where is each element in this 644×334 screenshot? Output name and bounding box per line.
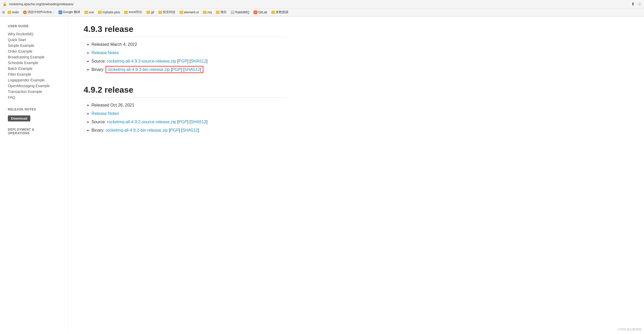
- release-493-binary-link[interactable]: rocketmq-all-4.9.3-bin-release.zip: [108, 67, 170, 72]
- sidebar-item-broadcasting-example[interactable]: Broadcasting Example: [8, 54, 62, 60]
- release-492-notes-link[interactable]: Release Notes: [91, 111, 119, 116]
- folder-icon: [203, 11, 206, 14]
- folder-icon: [8, 11, 11, 14]
- bookmark-git[interactable]: git: [145, 10, 156, 15]
- bookmark-label: git: [151, 10, 154, 14]
- bookmark-redis[interactable]: redis: [6, 10, 20, 15]
- release-492-source-prefix: Source:: [91, 120, 107, 124]
- folder-icon: [180, 11, 183, 14]
- bookmark-gitlab[interactable]: G GitLab: [252, 10, 269, 15]
- google-icon: G: [59, 10, 62, 14]
- bookmark-label: mq: [207, 10, 212, 14]
- release-492-section: 4.9.2 release Released Oct 26, 2021 Rele…: [84, 85, 288, 133]
- folder-icon: [146, 11, 150, 14]
- release-492-title: 4.9.2 release: [84, 85, 288, 98]
- release-492-source-item: Source: rocketmq-all-4.9.2-source-releas…: [91, 120, 288, 124]
- bookmark-project[interactable]: 项目: [214, 9, 228, 15]
- gitlab-icon: G: [254, 10, 257, 14]
- release-492-date: Released Oct 26, 2021: [91, 103, 288, 108]
- sidebar-item-faq[interactable]: FAQ: [8, 94, 62, 100]
- page-layout: USER GUIDE Why RocketMQ Quick Start Simp…: [0, 16, 644, 332]
- release-493-section: 4.9.3 release Released March 4, 2022 Rel…: [84, 24, 288, 72]
- sidebar-item-transaction-example[interactable]: Transaction Example: [8, 89, 62, 94]
- folder-icon: [271, 11, 275, 14]
- release-493-date-text: Released March 4, 2022: [91, 42, 137, 47]
- bookmark-label: excel导出: [129, 10, 142, 14]
- release-493-source-item: Source: rocketmq-all-4.9.3-source-releas…: [91, 59, 288, 64]
- bookmark-label: element-ui: [184, 10, 199, 14]
- release-493-notes-item: Release Notes: [91, 51, 288, 55]
- release-492-binary-item: Binary: rocketmq-all-4.9.2-bin-release.z…: [91, 128, 288, 133]
- release-493-notes-link[interactable]: Release Notes: [91, 51, 119, 55]
- sidebar-userguide-title: USER GUIDE: [8, 24, 62, 28]
- main-content: 4.9.3 release Released March 4, 2022 Rel…: [68, 16, 303, 332]
- release-493-source-pgp[interactable]: PGP: [179, 59, 187, 63]
- address-bar: 🔒 rocketmq.apache.org/dowloading/release…: [0, 0, 644, 8]
- sidebar-release-notes-title: RELEASE NOTES: [8, 108, 62, 111]
- sidebar-item-openmessaging-example[interactable]: OpenMessaging Example: [8, 83, 62, 89]
- bookmark-activemq[interactable]: A 消息中间件Active...: [21, 9, 56, 15]
- bookmark-icon[interactable]: ☆: [638, 2, 641, 7]
- sidebar-item-schedule-example[interactable]: Schedule Example: [8, 60, 62, 66]
- bookmark-google-translate[interactable]: G Google 翻译: [57, 9, 82, 15]
- bookmark-zhuan[interactable]: 筑安科技: [157, 9, 177, 15]
- sidebar-item-batch-example[interactable]: Batch Example: [8, 66, 62, 71]
- binary-highlight-box: rocketmq-all-4.9.3-bin-release.zip [PGP]…: [106, 66, 203, 73]
- release-492-source-link[interactable]: rocketmq-all-4.9.2-source-release.zip: [107, 120, 176, 124]
- download-button[interactable]: Download: [8, 115, 30, 121]
- browser-action-icons: ⬆ ☆: [631, 2, 641, 7]
- release-493-source-sha[interactable]: SHA512: [191, 59, 206, 63]
- release-493-binary-pgp[interactable]: PGP: [172, 67, 181, 72]
- folder-icon: [98, 11, 102, 14]
- browser-chrome: 🔒 rocketmq.apache.org/dowloading/release…: [0, 0, 644, 16]
- sidebar-item-simple-example[interactable]: Simple Example: [8, 43, 62, 48]
- sidebar-item-quick-start[interactable]: Quick Start: [8, 37, 62, 43]
- folder-icon: [84, 11, 88, 14]
- share-icon[interactable]: ⬆: [631, 2, 635, 7]
- release-493-binary-prefix: Binary:: [91, 67, 106, 72]
- release-492-binary-link[interactable]: rocketmq-all-4.9.2-bin-release.zip: [106, 128, 168, 132]
- release-492-source-pgp[interactable]: PGP: [179, 120, 187, 124]
- bookmark-mq[interactable]: mq: [201, 10, 213, 15]
- bookmark-excel[interactable]: excel导出: [123, 9, 144, 15]
- folder-icon: [216, 11, 220, 14]
- activemq-icon: A: [23, 10, 27, 14]
- release-492-binary-pgp[interactable]: PGP: [170, 128, 179, 132]
- bookmark-mybatis[interactable]: mybatis-plus: [96, 10, 122, 15]
- release-493-title: 4.9.3 release: [84, 24, 288, 37]
- release-492-date-text: Released Oct 26, 2021: [91, 103, 134, 107]
- release-492-list: Released Oct 26, 2021 Release Notes Sour…: [84, 103, 288, 133]
- folder-icon: [124, 11, 128, 14]
- book-icon: 📖: [231, 10, 234, 14]
- sidebar-item-order-example[interactable]: Order Example: [8, 48, 62, 54]
- sidebar: USER GUIDE Why RocketMQ Quick Start Simp…: [0, 16, 68, 332]
- bookmark-label: 筑安科技: [163, 10, 175, 14]
- release-492-source-sha[interactable]: SHA512: [191, 120, 206, 124]
- bookmark-label: GitLab: [258, 10, 267, 14]
- bookmark-label: vue: [89, 10, 94, 14]
- sidebar-item-filter-example[interactable]: Filter Example: [8, 71, 62, 77]
- url-text[interactable]: rocketmq.apache.org/dowloading/releases/: [9, 2, 629, 6]
- release-492-binary-sha[interactable]: SHA512: [182, 128, 198, 132]
- release-493-source-link[interactable]: rocketmq-all-4.9.3-source-release.zip: [107, 59, 176, 63]
- bookmark-rabbitmq[interactable]: 📖 RabbitMQ: [229, 10, 251, 15]
- bookmark-label: redis: [12, 10, 19, 14]
- bookmark-label: 消息中间件Active...: [27, 10, 54, 14]
- lock-icon: 🔒: [3, 2, 7, 6]
- release-493-binary-sha[interactable]: SHA512: [185, 67, 200, 72]
- sidebar-item-logappender-example[interactable]: Logappender Example: [8, 77, 62, 83]
- bookmark-vue[interactable]: vue: [83, 10, 95, 15]
- bookmark-datasource[interactable]: 多数据源: [270, 9, 290, 15]
- bookmark-element[interactable]: element-ui: [178, 10, 200, 15]
- sidebar-item-why-rocketmq[interactable]: Why RocketMQ: [8, 31, 62, 37]
- watermark: CSDN @12程序猿: [618, 327, 641, 331]
- release-493-binary-item: Binary: rocketmq-all-4.9.3-bin-release.z…: [91, 67, 288, 72]
- release-493-source-prefix: Source:: [91, 59, 107, 63]
- sidebar-toggle-icon[interactable]: ⊞: [2, 10, 5, 14]
- release-492-binary-prefix: Binary:: [91, 128, 106, 132]
- release-492-notes-item: Release Notes: [91, 111, 288, 116]
- sidebar-deployment-title: DEPLOYMENT &OPERATIONS: [8, 128, 62, 135]
- folder-icon: [158, 11, 162, 14]
- bookmark-label: 多数据源: [276, 10, 288, 14]
- bookmark-label: mybatis-plus: [102, 10, 120, 14]
